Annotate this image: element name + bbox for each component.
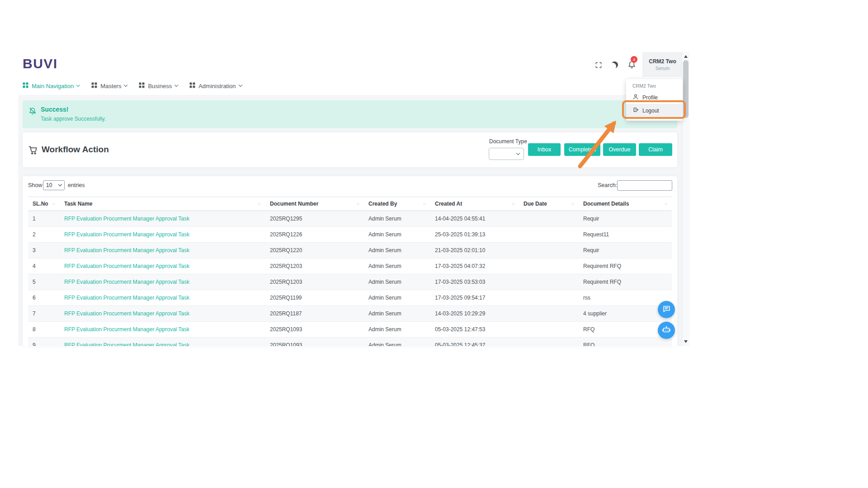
cell-due-date <box>519 243 579 258</box>
scrollbar-thumb[interactable] <box>683 60 689 118</box>
vertical-scrollbar[interactable] <box>682 52 689 346</box>
chevron-down-icon <box>175 83 178 87</box>
cell-due-date <box>519 258 579 274</box>
sort-icon: ↑↓ <box>52 201 56 207</box>
task-name-link[interactable]: RFP Evaluation Procurment Manager Approv… <box>64 342 189 346</box>
cell-document-details: rss <box>579 290 672 306</box>
completed-button[interactable]: Completed <box>564 143 600 156</box>
dark-mode-moon-icon[interactable] <box>611 61 618 68</box>
chat-fab-button[interactable] <box>658 301 675 318</box>
main-navbar: Main Navigation Masters Business Adminis… <box>23 79 242 93</box>
tasks-table-card: Show 10 entries Search: SL.No↑↓ Task Nam… <box>23 176 677 346</box>
claim-button[interactable]: Claim <box>639 143 672 156</box>
menu-item-logout[interactable]: Logout <box>626 104 683 117</box>
cell-sl-no: 5 <box>28 274 60 290</box>
cell-created-by: Admin Serum <box>364 211 430 227</box>
cell-created-at: 17-03-2025 04:07:32 <box>430 258 519 274</box>
cell-document-number: 2025RQ1203 <box>265 274 364 290</box>
bot-fab-button[interactable] <box>658 322 675 339</box>
cell-created-by: Admin Serum <box>364 306 430 322</box>
cell-document-number: 2025RQ1187 <box>265 306 364 322</box>
task-name-link[interactable]: RFP Evaluation Procurment Manager Approv… <box>64 247 189 253</box>
success-alert: Success! Task approve Successfully. <box>23 100 677 128</box>
cell-due-date <box>519 211 579 227</box>
task-name-link[interactable]: RFP Evaluation Procurment Manager Approv… <box>64 295 189 301</box>
cell-created-at: 21-03-2025 02:01:10 <box>430 243 519 258</box>
cell-sl-no: 3 <box>28 243 60 258</box>
cell-created-at: 17-03-2025 03:53:03 <box>430 274 519 290</box>
cell-due-date <box>519 338 579 347</box>
brand-logo: BUVI <box>23 56 58 71</box>
task-name-link[interactable]: RFP Evaluation Procurment Manager Approv… <box>64 326 189 333</box>
cell-created-at: 14-04-2025 04:55:41 <box>430 211 519 227</box>
cell-created-by: Admin Serum <box>364 322 430 338</box>
sort-icon: ↑↓ <box>357 201 360 207</box>
cell-task-name: RFP Evaluation Procurment Manager Approv… <box>60 338 265 347</box>
column-header-document-number[interactable]: Document Number↑↓ <box>265 197 364 211</box>
cell-document-number: 2025RQ1220 <box>265 243 364 258</box>
chevron-down-icon <box>238 83 242 87</box>
task-name-link[interactable]: RFP Evaluation Procurment Manager Approv… <box>64 310 189 317</box>
fullscreen-icon[interactable] <box>595 61 602 70</box>
task-name-link[interactable]: RFP Evaluation Procurment Manager Approv… <box>64 216 189 222</box>
cell-document-number: 2025RQ1093 <box>265 322 364 338</box>
nav-item-main-navigation[interactable]: Main Navigation <box>23 82 80 89</box>
nav-item-masters[interactable]: Masters <box>91 82 127 89</box>
task-name-link[interactable]: RFP Evaluation Procurment Manager Approv… <box>64 231 189 238</box>
cell-sl-no: 8 <box>28 322 60 338</box>
document-type-select[interactable] <box>489 148 524 160</box>
column-header-document-details[interactable]: Document Details↑↓ <box>579 197 672 211</box>
table-row: 8RFP Evaluation Procurment Manager Appro… <box>28 322 672 338</box>
sort-icon: ↑↓ <box>423 201 426 207</box>
chevron-down-icon <box>76 83 80 87</box>
task-name-link[interactable]: RFP Evaluation Procurment Manager Approv… <box>64 263 189 269</box>
table-row: 6RFP Evaluation Procurment Manager Appro… <box>28 290 672 306</box>
cell-document-number: 2025RQ1203 <box>265 258 364 274</box>
grid-icon <box>139 82 145 89</box>
cart-icon <box>28 145 38 157</box>
page-size-value: 10 <box>46 182 52 188</box>
inbox-button[interactable]: Inbox <box>528 143 561 156</box>
cell-document-number: 2025RQ1295 <box>265 211 364 227</box>
chat-bubble-icon <box>662 305 671 315</box>
table-row: 1RFP Evaluation Procurment Manager Appro… <box>28 211 672 227</box>
page-size-select[interactable]: 10 <box>43 180 65 190</box>
alert-title: Success! <box>41 106 68 113</box>
cell-sl-no: 6 <box>28 290 60 306</box>
chevron-down-icon <box>58 183 62 186</box>
cell-created-by: Admin Serum <box>364 243 430 258</box>
table-row: 5RFP Evaluation Procurment Manager Appro… <box>28 274 672 290</box>
column-header-created-by[interactable]: Created By↑↓ <box>364 197 430 211</box>
cell-document-details: Requir <box>579 243 672 258</box>
column-header-created-at[interactable]: Created At↑↓ <box>430 197 519 211</box>
table-row: 7RFP Evaluation Procurment Manager Appro… <box>28 306 672 322</box>
nav-item-business[interactable]: Business <box>139 82 178 89</box>
scrollbar-up-arrow[interactable] <box>684 55 688 58</box>
overdue-button[interactable]: Overdue <box>603 143 636 156</box>
task-name-link[interactable]: RFP Evaluation Procurment Manager Approv… <box>64 279 189 285</box>
user-profile-chip[interactable]: CRM2 Two Serum <box>642 52 683 77</box>
table-row: 4RFP Evaluation Procurment Manager Appro… <box>28 258 672 274</box>
scrollbar-down-arrow[interactable] <box>684 340 688 343</box>
cell-sl-no: 7 <box>28 306 60 322</box>
table-header: SL.No↑↓ Task Name↑↓ Document Number↑↓ Cr… <box>28 197 672 211</box>
cell-created-by: Admin Serum <box>364 290 430 306</box>
cell-sl-no: 4 <box>28 258 60 274</box>
user-dropdown-menu: CRM2 Two Profile Logout <box>626 79 683 121</box>
column-header-slno[interactable]: SL.No↑↓ <box>28 197 60 211</box>
nav-item-administration[interactable]: Administration <box>189 82 241 89</box>
sort-icon: ↑↓ <box>571 201 575 207</box>
column-header-due-date[interactable]: Due Date↑↓ <box>519 197 579 211</box>
menu-item-profile[interactable]: Profile <box>626 91 683 104</box>
nav-item-label: Administration <box>198 83 236 89</box>
cell-created-at: 14-03-2025 10:29:29 <box>430 306 519 322</box>
cell-task-name: RFP Evaluation Procurment Manager Approv… <box>60 290 265 306</box>
person-icon <box>632 94 639 101</box>
nav-item-label: Main Navigation <box>32 83 74 89</box>
cell-document-details: Request11 <box>579 227 672 243</box>
column-header-task-name[interactable]: Task Name↑↓ <box>60 197 265 211</box>
search-input[interactable] <box>617 180 672 191</box>
robot-icon <box>661 324 671 336</box>
show-label: Show <box>28 182 42 188</box>
cell-task-name: RFP Evaluation Procurment Manager Approv… <box>60 243 265 258</box>
